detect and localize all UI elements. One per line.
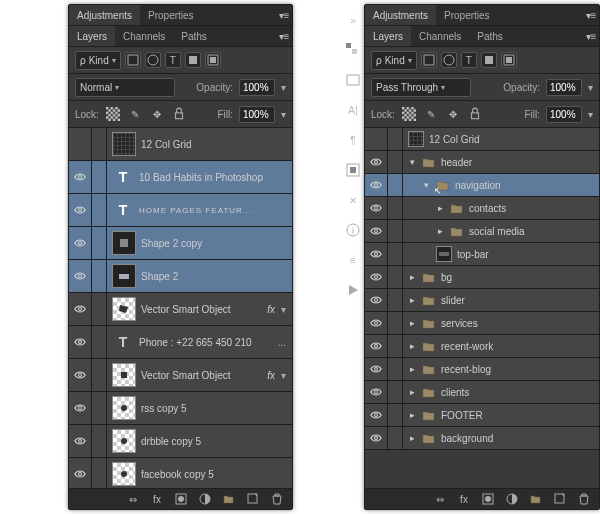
layer-group[interactable]: ▸ clients [365,381,599,404]
layer-group[interactable]: ▸ recent-work [365,335,599,358]
visibility-toggle[interactable] [365,266,388,288]
layer-group[interactable]: ▾ header [365,151,599,174]
visibility-toggle[interactable] [365,174,388,196]
layer-style-icon[interactable]: fx [457,492,471,506]
disclosure-triangle[interactable]: ▸ [407,295,417,305]
disclosure-triangle[interactable]: ▸ [407,341,417,351]
layer-mask-icon[interactable] [174,492,188,506]
filter-adjust-icon[interactable] [441,52,457,68]
lock-position-icon[interactable]: ✥ [149,106,165,122]
layer-row[interactable]: T HOME PAGES FEATUR... [69,194,292,227]
tab-channels[interactable]: Channels [411,26,469,46]
visibility-toggle[interactable] [69,458,92,488]
filter-type-icon[interactable]: T [165,52,181,68]
visibility-toggle[interactable] [365,335,388,357]
disclosure-triangle[interactable]: ▸ [407,433,417,443]
paragraph-icon[interactable]: ¶ [345,132,361,148]
layer-row[interactable]: drbble copy 5 [69,425,292,458]
layer-style-icon[interactable]: fx [150,492,164,506]
adjustment-layer-icon[interactable] [198,492,212,506]
filter-shape-icon[interactable] [185,52,201,68]
layer-row[interactable]: T Phone : +22 665 450 210 ... [69,326,292,359]
new-layer-icon[interactable] [246,492,260,506]
filter-adjust-icon[interactable] [145,52,161,68]
layer-row[interactable]: top-bar [365,243,599,266]
visibility-toggle[interactable] [365,151,388,173]
visibility-toggle[interactable] [69,359,92,391]
fx-indicator[interactable]: fx [267,370,281,381]
layer-row[interactable]: 12 Col Grid [365,128,599,151]
disclosure-triangle[interactable]: ▸ [407,387,417,397]
opacity-field[interactable]: 100% [546,79,582,96]
layer-group[interactable]: ▸ contacts [365,197,599,220]
tab-paths[interactable]: Paths [469,26,511,46]
visibility-toggle[interactable] [365,358,388,380]
visibility-toggle[interactable] [365,404,388,426]
layer-row[interactable]: Shape 2 [69,260,292,293]
layer-row[interactable]: Shape 2 copy [69,227,292,260]
lock-pixels-icon[interactable]: ✎ [423,106,439,122]
layer-row[interactable]: facebook copy 5 [69,458,292,488]
opacity-field[interactable]: 100% [239,79,275,96]
tab-properties[interactable]: Properties [436,5,498,25]
visibility-toggle[interactable] [69,194,92,226]
visibility-toggle[interactable] [365,197,388,219]
filter-shape-icon[interactable] [481,52,497,68]
adjustment-layer-icon[interactable] [505,492,519,506]
expand-icon[interactable]: » [345,12,361,28]
visibility-toggle[interactable] [69,227,92,259]
blend-mode-dropdown[interactable]: Normal▾ [75,78,175,97]
filter-smart-icon[interactable] [205,52,221,68]
color-icon[interactable] [345,72,361,88]
filter-kind-dropdown[interactable]: ρ Kind▾ [371,51,417,70]
disclosure-triangle[interactable]: ▸ [407,318,417,328]
visibility-toggle[interactable] [365,243,388,265]
disclosure-triangle[interactable]: ▸ [407,272,417,282]
link-layers-icon[interactable]: ⇔ [126,492,140,506]
new-layer-icon[interactable] [553,492,567,506]
new-group-icon[interactable] [529,492,543,506]
visibility-toggle[interactable] [365,289,388,311]
tab-adjustments[interactable]: Adjustments [69,5,140,25]
layer-row[interactable]: rss copy 5 [69,392,292,425]
visibility-toggle[interactable] [69,293,92,325]
layer-row[interactable]: Vector Smart Object fx▾ [69,293,292,326]
visibility-toggle[interactable] [365,128,388,150]
visibility-toggle[interactable] [69,425,92,457]
disclosure-triangle[interactable]: ▸ [407,410,417,420]
tab-properties[interactable]: Properties [140,5,202,25]
tab-layers[interactable]: Layers [365,26,411,46]
new-group-icon[interactable] [222,492,236,506]
panel-menu-icon[interactable]: ▾≡ [583,10,599,21]
tab-channels[interactable]: Channels [115,26,173,46]
filter-type-icon[interactable]: T [461,52,477,68]
visibility-toggle[interactable] [365,427,388,449]
disclosure-triangle[interactable]: ▸ [407,364,417,374]
link-layers-icon[interactable]: ⇔ [433,492,447,506]
layer-group[interactable]: ▸ social media [365,220,599,243]
visibility-toggle[interactable] [69,260,92,292]
layer-row[interactable]: Vector Smart Object fx▾ [69,359,292,392]
disclosure-triangle[interactable]: ▾ [407,157,417,167]
lock-pixels-icon[interactable]: ✎ [127,106,143,122]
lock-transparency-icon[interactable] [105,106,121,122]
filter-kind-dropdown[interactable]: ρ Kind▾ [75,51,121,70]
actions-icon[interactable]: ✕ [345,192,361,208]
layer-group[interactable]: ▸ slider [365,289,599,312]
visibility-toggle[interactable] [365,220,388,242]
visibility-toggle[interactable] [69,161,92,193]
lock-all-icon[interactable] [467,106,483,122]
fill-field[interactable]: 100% [546,106,582,123]
delete-layer-icon[interactable] [270,492,284,506]
panel-menu-icon[interactable]: ▾≡ [583,31,599,42]
panel-menu-icon[interactable]: ▾≡ [276,31,292,42]
disclosure-triangle[interactable]: ▸ [435,226,445,236]
layer-group[interactable]: ▸ recent-blog [365,358,599,381]
disclosure-triangle[interactable]: ▾ [421,180,431,190]
tab-adjustments[interactable]: Adjustments [365,5,436,25]
play-icon[interactable] [345,282,361,298]
layer-group[interactable]: ▸ bg [365,266,599,289]
filter-smart-icon[interactable] [501,52,517,68]
blend-mode-dropdown[interactable]: Pass Through▾ [371,78,471,97]
character-icon[interactable]: A| [345,102,361,118]
